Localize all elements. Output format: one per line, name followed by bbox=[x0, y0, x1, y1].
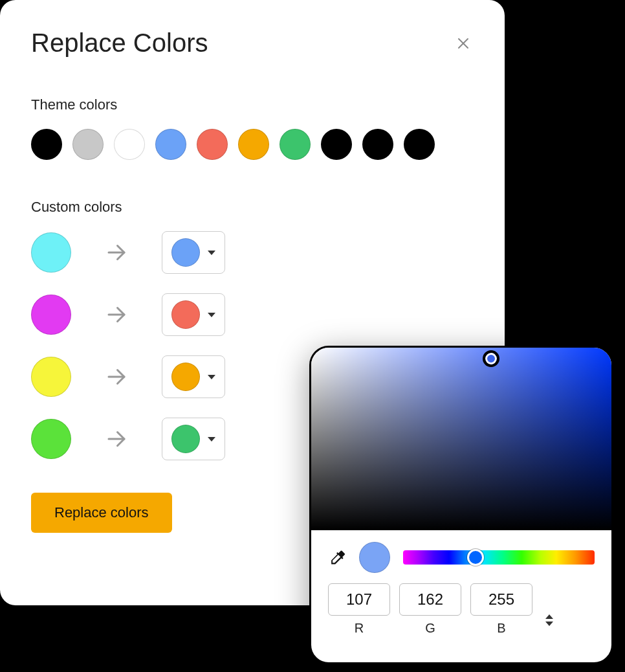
g-label: G bbox=[425, 621, 435, 636]
custom-target-select[interactable] bbox=[162, 355, 225, 398]
color-mode-stepper[interactable] bbox=[545, 614, 553, 626]
custom-target-select[interactable] bbox=[162, 418, 225, 460]
dialog-title: Replace Colors bbox=[31, 28, 208, 58]
replace-colors-button[interactable]: Replace colors bbox=[31, 493, 172, 533]
arrow-right-icon bbox=[104, 427, 129, 451]
custom-target-swatch bbox=[171, 300, 200, 329]
theme-swatch-0[interactable] bbox=[31, 129, 62, 160]
close-icon bbox=[455, 36, 471, 51]
arrow-right-icon bbox=[104, 365, 129, 388]
chevron-up-icon bbox=[545, 614, 553, 619]
custom-from-swatch[interactable] bbox=[31, 295, 71, 335]
eyedropper-button[interactable] bbox=[328, 548, 346, 566]
close-button[interactable] bbox=[453, 33, 474, 54]
g-col: G bbox=[399, 583, 461, 636]
custom-target-swatch bbox=[171, 363, 200, 391]
theme-swatch-4[interactable] bbox=[197, 129, 228, 160]
hue-handle[interactable] bbox=[467, 549, 484, 566]
r-input[interactable] bbox=[328, 583, 390, 616]
b-col: B bbox=[470, 583, 532, 636]
custom-target-swatch bbox=[171, 238, 200, 267]
theme-swatch-8[interactable] bbox=[362, 129, 393, 160]
dialog-header: Replace Colors bbox=[31, 28, 474, 58]
custom-row-0 bbox=[31, 231, 474, 274]
eyedropper-icon bbox=[328, 548, 346, 566]
custom-target-swatch bbox=[171, 425, 200, 453]
theme-swatch-7[interactable] bbox=[321, 129, 352, 160]
saturation-value-area[interactable] bbox=[311, 348, 611, 530]
custom-colors-label: Custom colors bbox=[31, 199, 474, 216]
r-label: R bbox=[355, 621, 364, 636]
chevron-down-icon bbox=[545, 622, 553, 626]
custom-from-swatch[interactable] bbox=[31, 232, 71, 273]
theme-swatch-6[interactable] bbox=[280, 129, 311, 160]
caret-down-icon bbox=[208, 437, 215, 442]
preview-swatch bbox=[359, 542, 390, 573]
theme-colors-row bbox=[31, 129, 474, 160]
picker-mid-row bbox=[311, 530, 611, 579]
arrow-right-icon bbox=[104, 303, 129, 326]
custom-row-1 bbox=[31, 293, 474, 336]
custom-from-swatch[interactable] bbox=[31, 357, 71, 397]
theme-swatch-2[interactable] bbox=[114, 129, 145, 160]
theme-swatch-1[interactable] bbox=[72, 129, 104, 160]
hue-slider[interactable] bbox=[403, 550, 595, 565]
theme-swatch-3[interactable] bbox=[155, 129, 186, 160]
custom-target-select[interactable] bbox=[162, 293, 225, 336]
sv-handle[interactable] bbox=[483, 350, 499, 367]
theme-swatch-9[interactable] bbox=[404, 129, 435, 160]
custom-from-swatch[interactable] bbox=[31, 419, 71, 459]
theme-colors-label: Theme colors bbox=[31, 96, 474, 113]
arrow-right-icon bbox=[104, 241, 129, 264]
b-label: B bbox=[497, 621, 505, 636]
custom-target-select[interactable] bbox=[162, 231, 225, 274]
caret-down-icon bbox=[208, 313, 215, 317]
g-input[interactable] bbox=[399, 583, 461, 616]
rgb-inputs-row: R G B bbox=[311, 579, 611, 636]
caret-down-icon bbox=[208, 375, 215, 379]
r-col: R bbox=[328, 583, 390, 636]
b-input[interactable] bbox=[470, 583, 532, 616]
caret-down-icon bbox=[208, 251, 215, 255]
theme-swatch-5[interactable] bbox=[238, 129, 269, 160]
color-picker-popover: R G B bbox=[309, 346, 613, 664]
